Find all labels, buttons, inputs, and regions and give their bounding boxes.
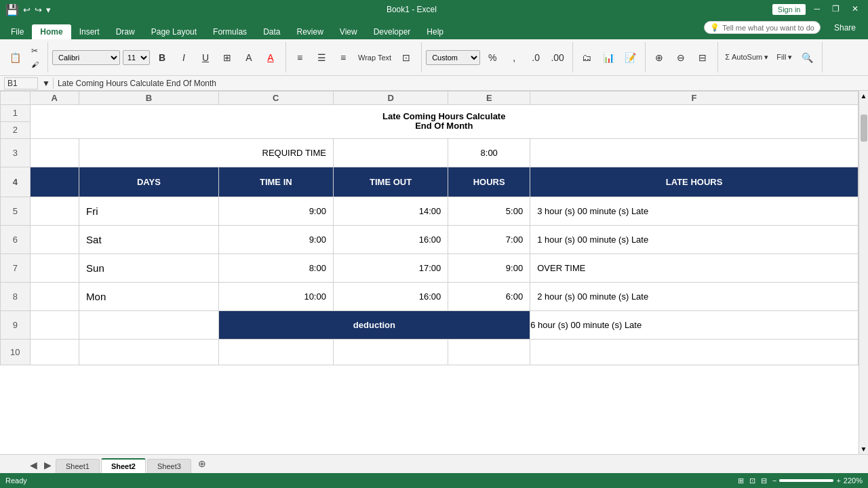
required-time-value[interactable]: 8:00	[448, 138, 530, 167]
row-header-2[interactable]: 2	[1, 121, 31, 138]
row3-empty2[interactable]	[333, 138, 448, 167]
row-header-6[interactable]: 6	[1, 225, 31, 253]
row3-empty[interactable]	[30, 138, 79, 167]
align-left-button[interactable]: ≡	[290, 48, 309, 67]
row7-day[interactable]: Sun	[79, 253, 219, 282]
row10-f[interactable]	[530, 339, 859, 365]
col-header-b[interactable]: B	[79, 92, 219, 105]
row-header-10[interactable]: 10	[1, 339, 31, 365]
sheet-view-normal-icon[interactable]: ⊞	[738, 476, 744, 485]
share-button[interactable]: Share	[827, 22, 863, 34]
tab-prev-button[interactable]: ◀	[27, 457, 40, 473]
customize-icon[interactable]: ▾	[46, 5, 51, 15]
row-header-7[interactable]: 7	[1, 253, 31, 282]
row8-time-out[interactable]: 16:00	[333, 282, 448, 310]
find-select-button[interactable]: 🔍	[797, 48, 816, 67]
col-header-a[interactable]: A	[30, 92, 79, 105]
insert-cells-button[interactable]: ⊕	[650, 48, 669, 67]
comma-button[interactable]: ,	[505, 48, 524, 67]
row8-late-hours[interactable]: 2 hour (s) 00 minute (s) Late	[530, 282, 859, 310]
sheet-tab-sheet1[interactable]: Sheet1	[56, 459, 100, 473]
row10-a[interactable]	[30, 339, 79, 365]
col-header-f[interactable]: F	[530, 92, 859, 105]
header-late-hours[interactable]: LATE HOURS	[530, 167, 859, 197]
cut-button[interactable]: ✂	[27, 45, 42, 57]
sheet-tab-sheet2[interactable]: Sheet2	[101, 458, 146, 473]
row10-e[interactable]	[448, 339, 530, 365]
tab-page-layout[interactable]: Page Layout	[143, 24, 205, 39]
fill-button[interactable]: Fill ▾	[774, 48, 795, 67]
undo-icon[interactable]: ↩	[23, 5, 31, 15]
row9-empty2[interactable]	[79, 310, 219, 339]
col-header-d[interactable]: D	[333, 92, 448, 105]
tab-formulas[interactable]: Formulas	[205, 24, 255, 39]
table-format-button[interactable]: 📊	[599, 48, 618, 67]
row5-time-in[interactable]: 9:00	[218, 197, 333, 225]
scroll-up-button[interactable]: ▲	[859, 91, 868, 101]
tab-insert[interactable]: Insert	[71, 24, 108, 39]
row9-empty1[interactable]	[30, 310, 79, 339]
paste-button[interactable]: 📋	[5, 48, 24, 67]
merge-button[interactable]: ⊡	[397, 48, 416, 67]
formula-input[interactable]: Late Coming Hours Calculate End Of Month	[58, 79, 864, 88]
add-sheet-button[interactable]: ⊕	[193, 455, 212, 472]
row6-late-hours[interactable]: 1 hour (s) 00 minute (s) Late	[530, 225, 859, 253]
restore-button[interactable]: ❐	[828, 4, 844, 15]
header-empty[interactable]	[30, 167, 79, 197]
row-header-5[interactable]: 5	[1, 197, 31, 225]
row5-time-out[interactable]: 14:00	[333, 197, 448, 225]
row-header-4[interactable]: 4	[1, 167, 31, 197]
zoom-in-button[interactable]: +	[836, 476, 840, 485]
signin-button[interactable]: Sign in	[772, 4, 806, 15]
cell-reference-box[interactable]: B1	[4, 77, 38, 89]
col-header-c[interactable]: C	[218, 92, 333, 105]
row8-hours[interactable]: 6:00	[448, 282, 530, 310]
zoom-out-button[interactable]: −	[772, 476, 776, 485]
zoom-bar[interactable]	[779, 479, 833, 482]
row7-time-out[interactable]: 17:00	[333, 253, 448, 282]
row9-late-hours[interactable]: 6 hour (s) 00 minute (s) Late	[530, 310, 859, 339]
row-header-8[interactable]: 8	[1, 282, 31, 310]
scrollbar-thumb[interactable]	[861, 115, 867, 142]
row10-d[interactable]	[333, 339, 448, 365]
tab-review[interactable]: Review	[288, 24, 331, 39]
row7-late-hours[interactable]: OVER TIME	[530, 253, 859, 282]
required-time-label[interactable]: REQUIRD TIME	[79, 138, 334, 167]
row6-time-out[interactable]: 16:00	[333, 225, 448, 253]
underline-button[interactable]: U	[196, 48, 215, 67]
row7-hours[interactable]: 9:00	[448, 253, 530, 282]
italic-button[interactable]: I	[174, 48, 193, 67]
increase-decimal-button[interactable]: .0	[526, 48, 545, 67]
big-title-cell[interactable]: Late Coming Hours Calculate End Of Month	[30, 105, 858, 139]
row5-late-hours[interactable]: 3 hour (s) 00 minute (s) Late	[530, 197, 859, 225]
autosum-button[interactable]: Σ AutoSum ▾	[722, 48, 771, 67]
number-format-select[interactable]: Custom	[426, 50, 480, 65]
border-button[interactable]: ⊞	[218, 48, 237, 67]
header-hours[interactable]: HOURS	[448, 167, 530, 197]
wrap-text-button[interactable]: Wrap Text	[355, 48, 394, 67]
row6-empty[interactable]	[30, 225, 79, 253]
row-header-1[interactable]: 1	[1, 105, 31, 122]
row6-time-in[interactable]: 9:00	[218, 225, 333, 253]
align-right-button[interactable]: ≡	[334, 48, 353, 67]
header-time-out[interactable]: TIME OUT	[333, 167, 448, 197]
row5-hours[interactable]: 5:00	[448, 197, 530, 225]
font-color-button[interactable]: A	[261, 48, 280, 67]
row7-time-in[interactable]: 8:00	[218, 253, 333, 282]
tab-data[interactable]: Data	[255, 24, 288, 39]
row10-c[interactable]	[218, 339, 333, 365]
row3-empty3[interactable]	[530, 138, 859, 167]
row8-day[interactable]: Mon	[79, 282, 219, 310]
minimize-button[interactable]: ─	[810, 4, 824, 15]
header-days[interactable]: DAYS	[79, 167, 219, 197]
sheet-view-break-icon[interactable]: ⊟	[761, 476, 767, 485]
sheet-view-layout-icon[interactable]: ⊡	[749, 476, 755, 485]
percent-button[interactable]: %	[483, 48, 502, 67]
vertical-scrollbar[interactable]: ▲ ▼	[859, 91, 868, 454]
scroll-down-button[interactable]: ▼	[859, 444, 868, 454]
bold-button[interactable]: B	[153, 48, 172, 67]
sheet-tab-sheet3[interactable]: Sheet3	[147, 459, 191, 473]
font-name-select[interactable]: Calibri	[52, 50, 120, 65]
tab-help[interactable]: Help	[418, 24, 452, 39]
tab-next-button[interactable]: ▶	[41, 457, 54, 473]
